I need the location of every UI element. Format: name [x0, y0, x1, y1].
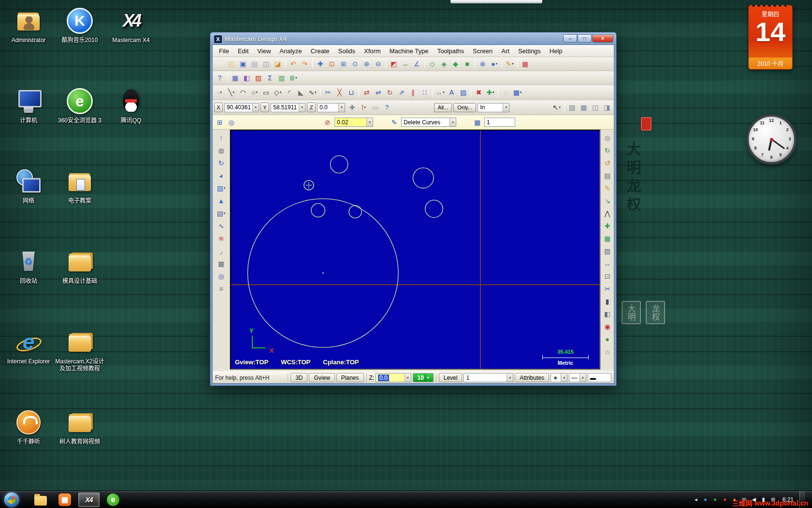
- line-button[interactable]: ╲▾: [226, 87, 237, 98]
- menu-solids[interactable]: Solids: [334, 46, 360, 56]
- clock-gadget[interactable]: 121234567891011: [746, 114, 797, 164]
- general-selection-button[interactable]: ↖▾: [551, 102, 562, 113]
- menu-settings[interactable]: Settings: [514, 46, 545, 56]
- mru-trim-button[interactable]: ✂: [601, 283, 613, 294]
- function-caret-icon[interactable]: ▾: [450, 118, 456, 126]
- ribbon-circles-button[interactable]: ◎: [226, 117, 237, 128]
- tray-input-button[interactable]: ⊞: [769, 495, 778, 505]
- break-button[interactable]: ╳: [334, 87, 345, 98]
- desktop-icon-folder-mastercam-x2[interactable]: Mastercam.X2设计及加工视频教程: [55, 328, 104, 408]
- desktop-icon-recycle-bin[interactable]: ♻回收站: [4, 248, 53, 328]
- new-file-button[interactable]: □: [214, 59, 225, 69]
- 3d-toggle-button[interactable]: 3D: [290, 373, 307, 382]
- solids-boolean-button[interactable]: ◎: [215, 270, 227, 282]
- import-button[interactable]: ◪: [272, 59, 283, 69]
- planes-button[interactable]: Planes: [336, 373, 364, 382]
- desktop-icon-ttplayer[interactable]: 千千静听: [4, 408, 53, 489]
- zoom-out-button[interactable]: ⊖: [373, 59, 384, 69]
- solids-extrude-cut-button[interactable]: ▤▾: [215, 208, 227, 219]
- tray-expand-button[interactable]: ◂: [692, 495, 700, 505]
- minimize-button[interactable]: –: [563, 34, 577, 43]
- zoom-window-button[interactable]: ⊞: [338, 59, 349, 69]
- mru-arrow-button[interactable]: ↘: [601, 195, 613, 206]
- report-button[interactable]: ▥: [276, 73, 287, 83]
- taskbar-button-browser-360[interactable]: e: [102, 493, 124, 507]
- calendar-gadget[interactable]: 星期四 14 2010 十月: [748, 5, 793, 70]
- line-width-combo[interactable]: ▬: [588, 373, 611, 382]
- dynamic-gview-button[interactable]: ✚: [315, 59, 326, 69]
- menu-art[interactable]: Art: [497, 46, 514, 56]
- gview-button[interactable]: Gview: [309, 373, 334, 382]
- geometry-circle-6[interactable]: [425, 200, 443, 218]
- art-tool-button[interactable]: ▨: [253, 73, 264, 83]
- count-field[interactable]: 1: [484, 118, 515, 127]
- geometry-circle-5[interactable]: [349, 206, 362, 218]
- solids-extrude-cut-caret-icon[interactable]: ▾: [224, 211, 226, 215]
- xform-offset-button[interactable]: ∥: [407, 87, 419, 98]
- solids-sphere-button[interactable]: ◕: [215, 170, 227, 181]
- geometry-circle-1[interactable]: [330, 156, 348, 173]
- shaded-edges-button[interactable]: ■: [462, 59, 473, 69]
- autocursor-help-button[interactable]: ?: [381, 102, 392, 113]
- grid-params-button[interactable]: ▦: [520, 59, 531, 69]
- x-coordinate-field[interactable]: 90.40361 ▾: [224, 103, 259, 112]
- solids-extrude-button[interactable]: ↑: [215, 132, 227, 143]
- spline-caret-icon[interactable]: ▾: [315, 90, 317, 94]
- solids-revolve-button[interactable]: ↻: [215, 157, 227, 168]
- xform-array-button[interactable]: ∷: [419, 87, 430, 98]
- dimension-button[interactable]: ↔▾: [435, 87, 446, 98]
- tray-message-button[interactable]: ✉: [740, 495, 749, 505]
- hatch-button[interactable]: ▨: [458, 87, 469, 98]
- mru-grid-button[interactable]: ▦: [601, 233, 613, 244]
- menu-help[interactable]: Help: [545, 46, 567, 56]
- analyze-angle-button[interactable]: ∠: [411, 59, 422, 69]
- desktop-icon-browser-360[interactable]: e360安全浏览器 3: [55, 87, 104, 167]
- solids-sweep-button[interactable]: ∿: [215, 220, 227, 231]
- start-button[interactable]: [0, 491, 23, 508]
- repaint-button[interactable]: ◩: [388, 59, 399, 69]
- desktop-icon-kugou[interactable]: K酷狗音乐2010: [55, 7, 104, 87]
- mru-dark-button[interactable]: ▮: [601, 296, 613, 307]
- note-text-button[interactable]: A: [446, 87, 457, 98]
- taskbar-clock[interactable]: 6:21: [783, 496, 794, 503]
- sphere-view-button[interactable]: ●▾: [489, 59, 500, 69]
- geometry-circle-2[interactable]: [413, 168, 434, 188]
- desktop-icon-mastercam-x4[interactable]: X4Mastercam X4: [106, 7, 156, 87]
- y-axis-button[interactable]: Y: [261, 103, 269, 112]
- tray-alert-button[interactable]: ●: [721, 495, 729, 505]
- geometry-circle-4[interactable]: [311, 204, 325, 217]
- z-depth-caret-icon[interactable]: ▾: [405, 374, 411, 382]
- redo-button[interactable]: ↷: [299, 59, 310, 69]
- menu-xform[interactable]: Xform: [360, 46, 385, 56]
- xform-translate-button[interactable]: ⇄: [361, 87, 372, 98]
- undelete-caret-icon[interactable]: ▾: [493, 90, 494, 94]
- menu-screen[interactable]: Screen: [468, 46, 497, 56]
- tolerance-button[interactable]: ⊘: [322, 117, 333, 128]
- join-button[interactable]: ⊔: [346, 87, 357, 98]
- menu-toolpaths[interactable]: Toolpaths: [433, 46, 468, 56]
- desktop-icon-folder-shuren-video[interactable]: 树人教育网视频: [55, 408, 104, 489]
- trim-button[interactable]: ✂: [322, 87, 334, 98]
- delete-entity-button[interactable]: ✖: [473, 87, 484, 98]
- tray-kugou-button[interactable]: ●: [701, 495, 710, 505]
- all-selection-button[interactable]: All...: [434, 103, 452, 112]
- result-count-button[interactable]: ▦: [472, 117, 483, 128]
- background-window-edge[interactable]: [450, 0, 542, 3]
- taskbar-button-mastercam[interactable]: X4: [78, 493, 100, 507]
- zoom-target-button[interactable]: ⊙: [349, 59, 361, 69]
- in-selection-combo[interactable]: In ▾: [478, 103, 509, 112]
- shaded-button[interactable]: ◆: [450, 59, 461, 69]
- mru-target-button[interactable]: ◉: [601, 321, 613, 332]
- summary-button[interactable]: Σ: [264, 73, 276, 83]
- select-face-button[interactable]: ▧: [566, 102, 578, 113]
- point-caret-icon[interactable]: ▾: [220, 90, 222, 94]
- function-select[interactable]: Delete Curves ▾: [401, 118, 456, 127]
- undo-button[interactable]: ↶: [288, 59, 299, 69]
- autocursor-override-caret-icon[interactable]: ▾: [364, 105, 366, 109]
- desktop-icon-computer[interactable]: 计算机: [4, 87, 53, 167]
- tolerance-caret-icon[interactable]: ▾: [366, 118, 373, 126]
- mru-circle-button[interactable]: ◎: [601, 132, 613, 143]
- autocursor-override-button[interactable]: !▾: [358, 102, 369, 113]
- tolerance-field[interactable]: 0.02 ▾: [334, 118, 373, 127]
- select-vertex-button[interactable]: ◨: [601, 102, 612, 113]
